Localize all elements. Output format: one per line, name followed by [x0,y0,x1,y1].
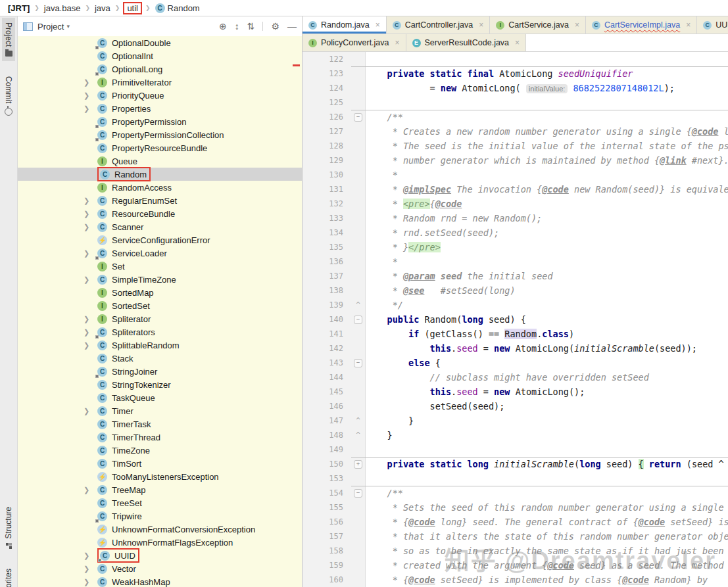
tree-item-stack[interactable]: CStack [18,352,302,365]
expand-arrow-icon[interactable]: ❯ [84,275,97,284]
fold-marker-icon[interactable]: ^ [351,428,366,442]
collapse-region-icon[interactable]: − [354,489,362,498]
tree-item-optionaldouble[interactable]: COptionalDouble [18,36,302,49]
tree-item-set[interactable]: ISet [18,260,302,273]
breadcrumb-item-random[interactable]: CRandom [155,3,200,13]
expand-arrow-icon[interactable]: ❯ [84,78,97,87]
chevron-down-icon[interactable]: ▾ [66,23,70,30]
fold-marker-icon[interactable]: − [351,110,366,124]
tree-item-tripwire[interactable]: CTripwire [18,509,302,523]
expand-arrow-icon[interactable]: ❯ [84,407,97,415]
tree-item-timezone[interactable]: CTimeZone [18,444,302,457]
settings-icon[interactable]: ⚙ [271,21,279,32]
fold-marker-icon[interactable]: − [351,486,366,500]
tree-item-timsort[interactable]: CTimSort [18,457,302,470]
tree-item-timertask[interactable]: CTimerTask [18,417,302,431]
expand-arrow-icon[interactable]: ❯ [84,552,97,560]
tree-item-primitiveiterator[interactable]: ❯IPrimitiveIterator [18,76,302,89]
tree-item-optionallong[interactable]: COptionalLong [18,62,302,76]
tree-item-taskqueue[interactable]: CTaskQueue [18,391,302,404]
expand-arrow-icon[interactable]: ❯ [84,105,97,113]
tree-item-vector[interactable]: ❯CVector [18,562,302,575]
tab-cartserviceimpl-java[interactable]: CCartServiceImpl.java× [586,16,697,34]
expand-arrow-icon[interactable]: ❯ [84,197,97,205]
close-icon[interactable]: × [686,20,691,30]
close-icon[interactable]: × [575,20,579,30]
tree-item-stringtokenizer[interactable]: CStringTokenizer [18,378,302,391]
tree-item-simpletimezone[interactable]: ❯CSimpleTimeZone [18,273,302,286]
project-view-selector[interactable]: Project [37,22,64,32]
breadcrumb-item-util[interactable]: util [123,2,142,14]
editor-tab-row-1: CRandom.java×CCartController.java×ICartS… [303,16,728,34]
tree-item-propertypermission[interactable]: CPropertyPermission [18,115,302,128]
tab-uuid[interactable]: CUUID× [697,16,728,34]
tree-item-propertyresourcebundle[interactable]: CPropertyResourceBundle [18,141,302,154]
tree-item-splittablerandom[interactable]: ❯CSplittableRandom [18,339,302,352]
expand-all-icon[interactable]: ↕ [235,21,239,32]
collapse-region-icon[interactable]: − [354,316,362,324]
tree-item-queue[interactable]: IQueue [18,154,302,168]
close-icon[interactable]: × [376,20,380,30]
tree-item-uuid[interactable]: ❯CUUID [18,549,302,562]
tree-item-serviceconfigurationerror[interactable]: ⚡ServiceConfigurationError [18,233,302,247]
expand-arrow-icon[interactable]: ❯ [84,210,97,218]
expand-arrow-icon[interactable]: ❯ [84,223,97,231]
fold-marker-icon[interactable]: ^ [351,298,366,312]
close-icon[interactable]: × [479,20,483,30]
tree-item-resourcebundle[interactable]: ❯CResourceBundle [18,207,302,220]
fold-marker-icon[interactable]: − [351,312,366,327]
tree-item-unknownformatconversionexception[interactable]: ⚡UnknownFormatConversionException [18,523,302,536]
expand-arrow-icon[interactable]: ❯ [84,486,97,494]
collapse-all-icon[interactable]: ⇅ [247,21,255,32]
tree-item-stringjoiner[interactable]: CStringJoiner [18,365,302,378]
tree-item-scanner[interactable]: ❯CScanner [18,220,302,233]
tree-item-sortedmap[interactable]: ISortedMap [18,286,302,299]
fold-marker-icon[interactable]: + [351,457,366,471]
expand-arrow-icon[interactable]: ❯ [84,578,97,586]
expand-arrow-icon[interactable]: ❯ [84,315,97,323]
hide-icon[interactable]: — [287,21,297,32]
sidebar-item-structure[interactable]: Structure [2,502,15,553]
tree-item-serviceloader[interactable]: ❯CServiceLoader [18,247,302,260]
tree-item-properties[interactable]: ❯CProperties [18,102,302,115]
tree-item-propertypermissioncollection[interactable]: CPropertyPermissionCollection [18,128,302,141]
tree-item-toomanylistenersexception[interactable]: ⚡TooManyListenersException [18,470,302,483]
fold-marker-icon[interactable]: − [351,356,366,370]
tree-item-priorityqueue[interactable]: ❯CPriorityQueue [18,89,302,102]
tree-item-timer[interactable]: ❯CTimer [18,404,302,417]
close-icon[interactable]: × [515,38,520,47]
tab-cartcontroller-java[interactable]: CCartController.java× [387,16,491,34]
fold-marker-icon[interactable]: ^ [351,413,366,428]
code-editor[interactable]: 122123 private static final AtomicLong s… [303,52,728,587]
tree-item-treeset[interactable]: CTreeSet [18,496,302,509]
collapse-region-icon[interactable]: − [354,113,362,122]
tab-serverresultcode-java[interactable]: EServerResultCode.java× [406,34,527,51]
expand-arrow-icon[interactable]: ❯ [84,341,97,350]
breadcrumb-item-jrt[interactable]: [JRT] [8,3,30,13]
tree-item-unknownformatflagsexception[interactable]: ⚡UnknownFormatFlagsException [18,536,302,549]
tree-item-random[interactable]: CRandom [18,168,302,181]
tree-item-weakhashmap[interactable]: ❯CWeakHashMap [18,575,302,587]
expand-arrow-icon[interactable]: ❯ [84,91,97,100]
tab-cartservice-java[interactable]: ICartService.java× [490,16,586,34]
sidebar-item-commit[interactable]: Commit [2,72,15,120]
collapse-region-icon[interactable]: − [354,359,362,367]
close-icon[interactable]: × [395,38,400,47]
tree-item-spliterator[interactable]: ❯ISpliterator [18,312,302,325]
tab-random-java[interactable]: CRandom.java× [303,16,387,34]
tab-policyconvert-java[interactable]: IPolicyConvert.java× [303,34,406,51]
breadcrumb-item-javabase[interactable]: java.base [44,3,81,13]
expand-region-icon[interactable]: + [354,460,362,469]
sidebar-item-project[interactable]: Project [2,18,15,61]
expand-arrow-icon[interactable]: ❯ [84,565,97,573]
tree-item-treemap[interactable]: ❯CTreeMap [18,483,302,496]
tree-item-regularenumset[interactable]: ❯CRegularEnumSet [18,194,302,207]
tree-item-timerthread[interactable]: CTimerThread [18,431,302,444]
locate-icon[interactable]: ⊕ [219,21,227,32]
tree-item-optionalint[interactable]: COptionalInt [18,49,302,62]
tree-item-sortedset[interactable]: ISortedSet [18,299,302,312]
breadcrumb-item-java[interactable]: java [95,3,110,13]
tree-item-randomaccess[interactable]: IRandomAccess [18,181,302,194]
tree-item-spliterators[interactable]: ❯CSpliterators [18,325,302,339]
sidebar-item-orites[interactable]: orites [2,564,15,587]
